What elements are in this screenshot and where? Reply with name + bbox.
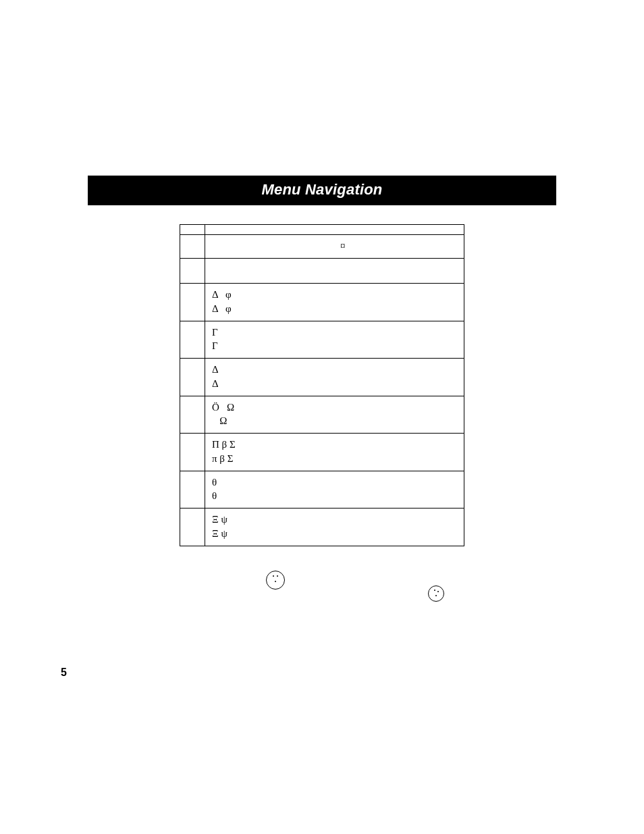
row-number-cell [180, 471, 205, 509]
row-number-cell [180, 359, 205, 396]
row-content-cell: θθ [205, 471, 464, 509]
table-row [180, 225, 464, 234]
cell-line: Δ [212, 377, 457, 390]
row-content-cell: Π β Σπ β Σ [205, 434, 464, 471]
cell-line: θ [212, 475, 457, 489]
page: Menu Navigation ¤Δ φΔ φΓΓΔΔÖ Ω ΩΠ β Σπ β… [0, 0, 644, 834]
cell-line: Γ [212, 339, 457, 353]
table-row: Ö Ω Ω [180, 396, 464, 434]
symbol-table: ¤Δ φΔ φΓΓΔΔÖ Ω ΩΠ β Σπ β ΣθθΞ ψΞ ψ [180, 224, 464, 546]
table-row [180, 258, 464, 283]
cell-line: Ö Ω [212, 400, 457, 414]
cell-line: Ξ ψ [212, 513, 457, 526]
row-content-cell: ΔΔ [205, 359, 464, 396]
table-row: ¤ [180, 234, 464, 258]
table-row: ΔΔ [180, 358, 464, 396]
nav-circle-icon-1 [266, 571, 285, 590]
footer-icons [88, 571, 556, 611]
cell-line: ¤ [340, 239, 457, 253]
nav-circle-icon-2 [428, 585, 444, 602]
row-number-cell [180, 509, 205, 546]
row-content-cell [205, 259, 464, 283]
table-row: ΓΓ [180, 321, 464, 359]
cell-line: Δ φ [212, 288, 457, 301]
table-row: Δ φΔ φ [180, 283, 464, 321]
row-content-cell: Ξ ψΞ ψ [205, 509, 464, 546]
row-number-cell [180, 235, 205, 258]
row-content-cell: ΓΓ [205, 321, 464, 359]
row-number-cell [180, 225, 205, 234]
table-row: Π β Σπ β Σ [180, 433, 464, 471]
row-number-cell [180, 284, 205, 321]
cell-line: Δ φ [212, 302, 457, 315]
row-content-cell: ¤ [205, 235, 464, 258]
section-title: Menu Navigation [261, 181, 382, 198]
section-title-bar: Menu Navigation [88, 176, 556, 205]
cell-line: Ξ ψ [212, 527, 457, 540]
table-row: Ξ ψΞ ψ [180, 508, 464, 546]
cell-line: θ [212, 489, 457, 502]
row-content-cell: Ö Ω Ω [205, 396, 464, 434]
row-number-cell [180, 321, 205, 359]
row-content-cell [205, 225, 464, 234]
cell-line: Δ [212, 363, 457, 376]
cell-line: π β Σ [212, 452, 457, 465]
cell-line: Γ [212, 325, 457, 339]
cell-line: Ω [212, 414, 457, 427]
cell-line: Π β Σ [212, 438, 457, 451]
row-number-cell [180, 396, 205, 434]
table-row: θθ [180, 471, 464, 509]
row-number-cell [180, 259, 205, 283]
row-content-cell: Δ φΔ φ [205, 284, 464, 321]
page-number: 5 [61, 667, 67, 679]
row-number-cell [180, 434, 205, 471]
